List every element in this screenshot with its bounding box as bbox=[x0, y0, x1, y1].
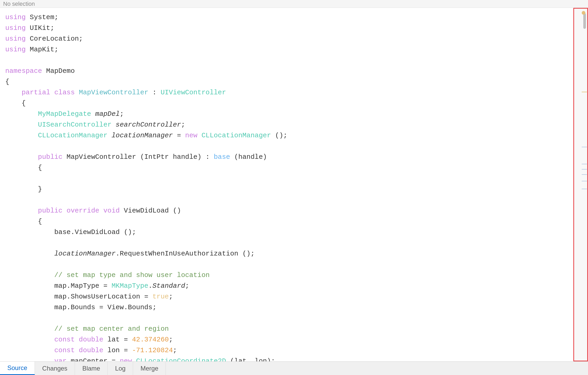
ruler-mark-3 bbox=[582, 164, 587, 164]
code-line-33: var mapCenter = new CLLocationCoordinate… bbox=[5, 356, 573, 361]
code-line-1: using System; bbox=[5, 12, 573, 23]
code-line-19: public override void ViewDidLoad () bbox=[5, 205, 573, 216]
ruler-mark-6 bbox=[582, 181, 587, 181]
code-line-15: { bbox=[5, 162, 573, 173]
code-line-11: UISearchController searchController; bbox=[5, 119, 573, 130]
ruler-mark-5 bbox=[582, 174, 587, 175]
bottom-tabs: Source Changes Blame Log Merge bbox=[0, 361, 588, 375]
code-line-22 bbox=[5, 238, 573, 248]
top-bar: No selection bbox=[0, 0, 588, 8]
tab-changes[interactable]: Changes bbox=[35, 362, 75, 375]
code-line-5 bbox=[5, 55, 573, 66]
code-line-18 bbox=[5, 195, 573, 205]
code-line-2: using UIKit; bbox=[5, 23, 573, 34]
code-line-6: namespace MapDemo bbox=[5, 66, 573, 77]
code-editor[interactable]: using System; using UIKit; using CoreLoc… bbox=[0, 8, 573, 361]
code-line-32: const double lon = -71.120824; bbox=[5, 345, 573, 356]
code-line-14: public MapViewController (IntPtr handle)… bbox=[5, 152, 573, 162]
code-line-21: base.ViewDidLoad (); bbox=[5, 227, 573, 238]
code-line-4: using MapKit; bbox=[5, 44, 573, 55]
main-area: using System; using UIKit; using CoreLoc… bbox=[0, 8, 588, 361]
ruler-mark-2 bbox=[582, 147, 587, 147]
tab-merge[interactable]: Merge bbox=[133, 362, 166, 375]
tab-source[interactable]: Source bbox=[0, 362, 35, 375]
code-line-12: CLLocationManager locationManager = new … bbox=[5, 130, 573, 141]
code-line-23: locationManager.RequestWhenInUseAuthoriz… bbox=[5, 248, 573, 259]
overview-dot bbox=[582, 11, 585, 15]
scrollbar-thumb[interactable] bbox=[583, 13, 586, 29]
code-line-13 bbox=[5, 141, 573, 152]
code-line-25: // set map type and show user location bbox=[5, 270, 573, 281]
code-line-28: map.Bounds = View.Bounds; bbox=[5, 302, 573, 313]
code-line-7: { bbox=[5, 77, 573, 87]
code-line-3: using CoreLocation; bbox=[5, 34, 573, 44]
code-line-31: const double lat = 42.374260; bbox=[5, 334, 573, 345]
code-line-20: { bbox=[5, 216, 573, 227]
ruler-mark-7 bbox=[582, 189, 587, 189]
code-line-27: map.ShowsUserLocation = true; bbox=[5, 291, 573, 302]
code-line-16 bbox=[5, 173, 573, 184]
ruler-mark-1 bbox=[582, 92, 587, 92]
code-line-24 bbox=[5, 259, 573, 270]
code-line-8: partial class MapViewController : UIView… bbox=[5, 87, 573, 98]
no-selection-label: No selection bbox=[3, 1, 35, 7]
code-line-10: MyMapDelegate mapDel; bbox=[5, 109, 573, 119]
code-line-29 bbox=[5, 313, 573, 324]
scrollbar-container[interactable] bbox=[573, 8, 588, 361]
code-line-9: { bbox=[5, 98, 573, 109]
code-line-26: map.MapType = MKMapType.Standard; bbox=[5, 281, 573, 291]
tab-blame[interactable]: Blame bbox=[75, 362, 108, 375]
scrollbar-track[interactable] bbox=[574, 8, 588, 361]
code-line-30: // set map center and region bbox=[5, 324, 573, 334]
ruler-mark-4 bbox=[582, 169, 587, 170]
code-line-17: } bbox=[5, 184, 573, 195]
tab-log[interactable]: Log bbox=[108, 362, 133, 375]
